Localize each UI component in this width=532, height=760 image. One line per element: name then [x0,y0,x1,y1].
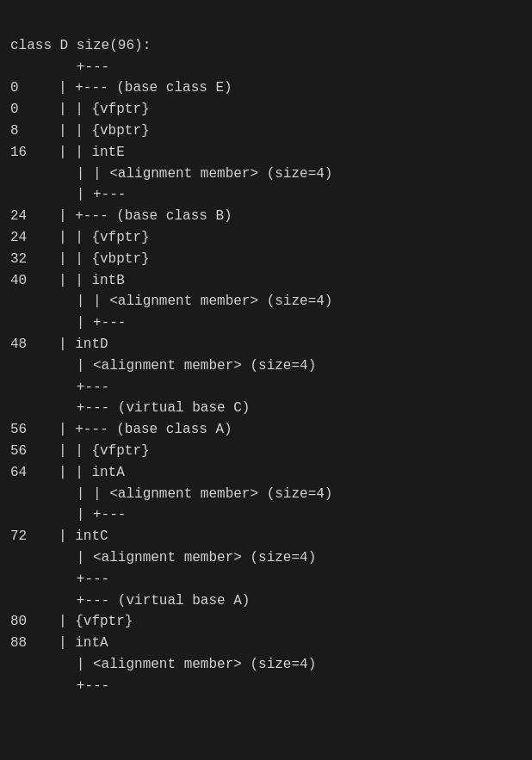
code-line: 32| | {vbptr} [10,249,522,270]
code-line: class D size(96): [10,35,522,57]
code-line: 80| {vfptr} [10,611,522,633]
code-line: 56| +--- (base class A) [10,419,522,441]
code-line: +--- [10,569,522,590]
code-line: +--- [10,57,522,78]
line-content: | | {vfptr} [59,230,150,245]
line-content: | {vfptr} [59,614,133,629]
line-content: | | intE [59,145,125,160]
code-line: 88| intA [10,633,522,654]
code-line: | | <alignment member> (size=4) [10,164,522,185]
offset-value: 88 [10,633,59,654]
code-line: | +--- [10,312,522,334]
line-content: | | {vbptr} [59,123,150,139]
line-content: | | intB [59,273,125,288]
line-content: | | {vfptr} [59,102,150,117]
code-display: class D size(96): +---0| +--- (base clas… [10,14,522,697]
code-line: | +--- [10,184,522,206]
line-content: | intC [59,528,108,544]
code-line: | | <alignment member> (size=4) [10,484,522,505]
offset-value: 48 [10,334,59,355]
offset-value: 56 [10,419,59,441]
code-line: 8| | {vbptr} [10,120,522,142]
line-content: | | intA [59,465,125,480]
code-line: 72| intC [10,526,522,547]
code-line: 64| | intA [10,462,522,484]
line-content: | | {vfptr} [59,443,150,459]
offset-value: 32 [10,249,59,270]
offset-value: 56 [10,441,59,462]
line-content: | +--- (base class B) [59,208,232,224]
code-line: 56| | {vfptr} [10,441,522,462]
code-line: | <alignment member> (size=4) [10,654,522,676]
offset-value: 72 [10,526,59,547]
line-content: | +--- (base class A) [59,422,232,437]
code-line: +--- [10,377,522,399]
code-line: +--- (virtual base C) [10,398,522,419]
code-line: 48| intD [10,334,522,355]
line-content: | intA [59,635,108,651]
offset-value: 64 [10,462,59,484]
offset-value: 80 [10,611,59,633]
offset-value: 0 [10,77,59,99]
offset-value: 24 [10,227,59,249]
code-line: 0| +--- (base class E) [10,77,522,99]
offset-value: 24 [10,206,59,227]
code-line: 16| | intE [10,142,522,164]
code-line: 0| | {vfptr} [10,99,522,120]
code-line: +--- (virtual base A) [10,590,522,612]
code-line: | <alignment member> (size=4) [10,355,522,377]
offset-value: 16 [10,142,59,164]
offset-value: 0 [10,99,59,120]
code-line: +--- [10,676,522,697]
code-line: 24| | {vfptr} [10,227,522,249]
line-content: | +--- (base class E) [59,80,232,96]
code-line: | +--- [10,504,522,526]
code-line: 24| +--- (base class B) [10,206,522,227]
line-content: | intD [59,337,108,352]
code-line: 40| | intB [10,270,522,292]
code-line: | <alignment member> (size=4) [10,547,522,569]
line-content: | | {vbptr} [59,251,150,267]
code-line: | | <alignment member> (size=4) [10,291,522,312]
offset-value: 40 [10,270,59,292]
offset-value: 8 [10,120,59,142]
